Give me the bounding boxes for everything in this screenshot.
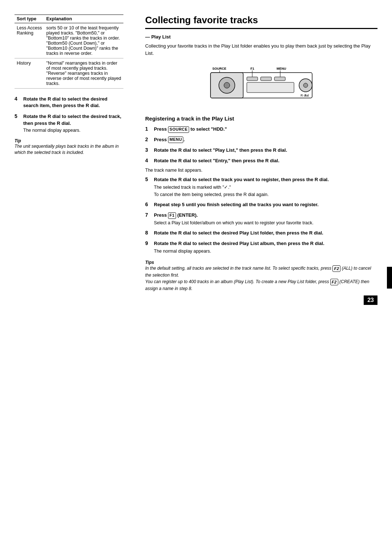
r-step-6-content: Repeat step 5 until you finish selecting… <box>154 201 377 208</box>
step-4-content: Rotate the R dial to select the desired … <box>23 96 123 109</box>
r-step-num-7: 7 <box>145 212 151 218</box>
r-step-1: 1 Press SOURCE to select "HDD." <box>145 126 377 133</box>
r-step-1-content: Press SOURCE to select "HDD." <box>154 126 377 133</box>
play-list-label: Play List <box>145 34 377 40</box>
r-step-4: 4 Rotate the R dial to select "Entry," t… <box>145 158 377 164</box>
menu-button-label: MENU <box>168 136 183 143</box>
source-button-label: SOURCE <box>168 126 189 133</box>
device-svg: SOURCE F1 MENU R dial <box>200 62 323 109</box>
explanation-cell: "Normal" rearranges tracks in order of m… <box>44 58 123 89</box>
svg-rect-4 <box>247 77 258 81</box>
tip-block: Tip The unit sequentially plays back tra… <box>15 138 123 156</box>
black-side-bar <box>387 267 392 289</box>
r-step-9-text: Rotate the R dial to select the desired … <box>154 241 324 246</box>
r-step-9-note: The normal display appears. <box>154 248 377 254</box>
r-step-1-press: Press <box>154 126 168 132</box>
r-step-4-text: Rotate the R dial to select "Entry," the… <box>154 158 279 163</box>
svg-point-9 <box>303 83 308 87</box>
r-step-num-2: 2 <box>145 136 151 142</box>
track-name-note: The track name list appears. <box>145 168 377 173</box>
left-column: Sort type Explanation Less AccessRanking… <box>0 11 134 544</box>
explanation-cell: sorts 50 or 10 of the least frequently p… <box>44 23 123 58</box>
r-step-3-text: Rotate the R dial to select "Play List,"… <box>154 147 287 153</box>
r-step-num-4: 4 <box>145 158 151 163</box>
step-5: 5 Rotate the R dial to select the desire… <box>15 113 123 134</box>
step-5-subtext: The normal display appears. <box>23 127 123 134</box>
svg-rect-7 <box>247 82 294 93</box>
right-column: Collecting favorite tracks Play List Col… <box>134 11 392 544</box>
r-step-7: 7 Press F1 (ENTER). Select a Play List f… <box>145 212 377 226</box>
r-step-9: 9 Rotate the R dial to select the desire… <box>145 240 377 254</box>
r-step-5-text: Rotate the R dial to select the track yo… <box>154 177 329 182</box>
r-step-8: 8 Rotate the R dial to select the desire… <box>145 230 377 237</box>
r-step-num-9: 9 <box>145 240 151 246</box>
col-sort-type: Sort type <box>15 15 44 23</box>
tip-text: The unit sequentially plays back tracks … <box>15 144 119 155</box>
r-step-5-content: Rotate the R dial to select the track yo… <box>154 176 377 198</box>
tip-title: Tip <box>15 138 21 143</box>
tips-line-2: You can register up to 400 tracks in an … <box>145 279 369 291</box>
r-step-2-period: . <box>183 137 185 142</box>
tips-line-1: In the default setting, all tracks are s… <box>145 266 371 278</box>
r-step-2: 2 Press MENU. <box>145 136 377 143</box>
step-5-content: Rotate the R dial to select the desired … <box>23 113 123 134</box>
r-step-5-note1: The selected track is marked with "✓." <box>154 184 377 191</box>
r-step-5: 5 Rotate the R dial to select the track … <box>145 176 377 198</box>
f2-create-label: F2 <box>330 279 338 286</box>
r-step-1-rest: to select "HDD." <box>189 126 227 132</box>
r-step-2-content: Press MENU. <box>154 136 377 143</box>
intro-text: Collecting your favorite tracks in the P… <box>145 42 377 57</box>
svg-point-3 <box>224 82 230 88</box>
svg-text:MENU: MENU <box>277 67 286 70</box>
step-4: 4 Rotate the R dial to select the desire… <box>15 96 123 109</box>
right-steps-1-4: 1 Press SOURCE to select "HDD." 2 Press … <box>145 126 377 164</box>
r-step-8-content: Rotate the R dial to select the desired … <box>154 230 377 237</box>
f1-button-label: F1 <box>168 212 176 219</box>
r-step-7-enter: (ENTER). <box>176 212 198 218</box>
r-step-3-content: Rotate the R dial to select "Play List,"… <box>154 147 377 154</box>
sort-type-cell: Less AccessRanking <box>15 23 44 58</box>
table-row: History "Normal" rearranges tracks in or… <box>15 58 123 89</box>
r-step-9-content: Rotate the R dial to select the desired … <box>154 240 377 254</box>
r-step-num-3: 3 <box>145 147 151 153</box>
r-step-num-8: 8 <box>145 230 151 236</box>
r-step-6: 6 Repeat step 5 until you finish selecti… <box>145 201 377 208</box>
tips-title: Tips <box>145 260 154 265</box>
svg-text:R dial: R dial <box>301 94 309 97</box>
step-number-4: 4 <box>15 96 20 102</box>
step-5-text: Rotate the R dial to select the desired … <box>23 113 123 126</box>
r-step-3: 3 Rotate the R dial to select "Play List… <box>145 147 377 154</box>
r-step-7-content: Press F1 (ENTER). Select a Play List fol… <box>154 212 377 226</box>
r-step-num-5: 5 <box>145 176 151 182</box>
r-step-8-text: Rotate the R dial to select the desired … <box>154 230 323 236</box>
svg-text:F1: F1 <box>250 67 254 70</box>
right-steps-5-9: 5 Rotate the R dial to select the track … <box>145 176 377 254</box>
table-row: Less AccessRanking sorts 50 or 10 of the… <box>15 23 123 58</box>
sort-table: Sort type Explanation Less AccessRanking… <box>15 15 123 89</box>
f2-all-label: F2 <box>332 265 340 272</box>
page-number-area: 23 <box>145 295 377 305</box>
left-steps: 4 Rotate the R dial to select the desire… <box>15 96 123 156</box>
svg-text:SOURCE: SOURCE <box>212 67 226 70</box>
r-step-num-6: 6 <box>145 201 151 207</box>
r-step-6-text: Repeat step 5 until you finish selecting… <box>154 202 319 207</box>
r-step-4-content: Rotate the R dial to select "Entry," the… <box>154 158 377 164</box>
r-step-num-1: 1 <box>145 126 151 132</box>
r-step-7-note: Select a Play List folder/album on which… <box>154 220 377 226</box>
step-4-text: Rotate the R dial to select the desired … <box>23 96 123 109</box>
r-step-7-press: Press <box>154 212 168 218</box>
r-step-5-note2: To cancel the item being selected, press… <box>154 191 377 198</box>
r-step-2-press: Press <box>154 137 168 142</box>
step-number-5: 5 <box>15 113 20 119</box>
col-explanation: Explanation <box>44 15 123 23</box>
device-diagram: SOURCE F1 MENU R dial <box>145 62 377 109</box>
page-number: 23 <box>364 295 377 305</box>
register-heading: Registering a track in the Play List <box>145 115 377 122</box>
svg-rect-5 <box>261 77 271 81</box>
sort-type-cell: History <box>15 58 44 89</box>
section-title: Collecting favorite tracks <box>145 15 377 29</box>
svg-rect-6 <box>274 77 285 81</box>
tips-block: Tips In the default setting, all tracks … <box>145 260 377 292</box>
